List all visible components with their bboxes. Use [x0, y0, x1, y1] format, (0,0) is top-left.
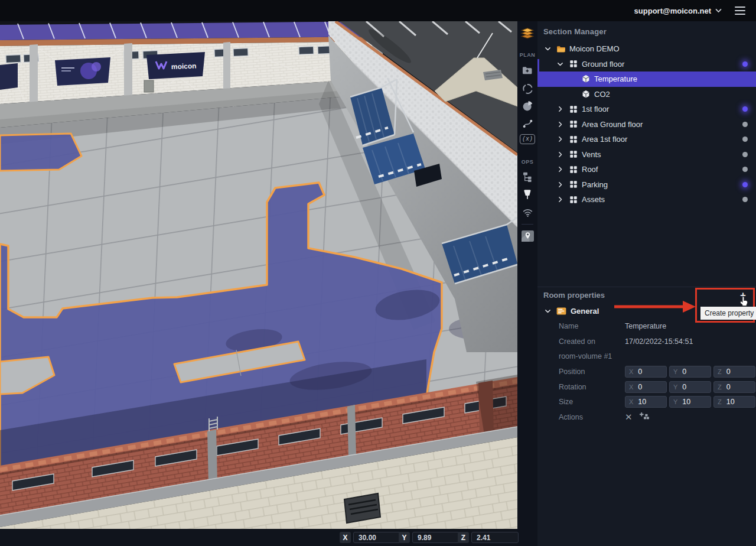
grid-icon — [568, 180, 578, 189]
delete-icon[interactable]: ✕ — [625, 412, 633, 421]
grid-icon — [568, 195, 578, 204]
status-dot-inactive[interactable] — [742, 152, 748, 157]
section-manager-title: Section Manager — [537, 21, 756, 41]
actions-row: Actions ✕ — [537, 410, 756, 425]
x-coordinate-group: X 30.00 — [340, 532, 400, 543]
name-row: Name Temperature — [537, 318, 756, 334]
section-layers-icon[interactable] — [517, 26, 537, 40]
volume-row: room-volume #1 — [537, 349, 756, 364]
z-coordinate-label: Z — [458, 532, 469, 543]
chevron-spacer — [568, 74, 577, 83]
tree-item-area-1st-floor[interactable]: Area 1st floor — [537, 132, 756, 147]
chevron-spacer — [568, 90, 577, 99]
map-location-icon[interactable] — [517, 230, 537, 242]
3d-viewport[interactable]: moicon — [0, 21, 517, 529]
add-folder-icon[interactable] — [517, 65, 537, 76]
position-row: Position X0Y0Z0 — [537, 364, 756, 379]
add-property-button[interactable]: + — [738, 290, 748, 300]
tree-item-assets[interactable]: Assets — [537, 192, 756, 207]
svg-text:moicon: moicon — [171, 62, 197, 71]
status-dot-inactive[interactable] — [742, 136, 748, 142]
grid-icon — [568, 119, 578, 129]
banner-left — [0, 63, 18, 90]
grid-icon — [568, 105, 578, 114]
tree-item-ground-floor[interactable]: Ground floor — [537, 57, 756, 72]
chevron-down-icon[interactable] — [543, 44, 552, 53]
tree-item-area-ground-floor[interactable]: Area Ground floor — [537, 117, 756, 132]
cube-icon — [581, 74, 591, 84]
create-property-tooltip: Create property — [700, 307, 756, 320]
z-coordinate-group: Z 2.41 — [458, 532, 519, 543]
y-coordinate-label: Y — [399, 532, 410, 543]
chevron-right-icon[interactable] — [556, 120, 565, 129]
aperture-icon[interactable] — [517, 83, 537, 95]
status-dot-inactive[interactable] — [742, 197, 748, 202]
banner-moicon: moicon — [146, 52, 205, 79]
tree-item-1st-floor[interactable]: 1st floor — [537, 102, 756, 117]
active-floor-indicator — [537, 59, 539, 74]
created-row: Created on 17/02/2022-15:54:51 — [537, 334, 756, 349]
status-dot-active[interactable] — [742, 106, 748, 112]
size-z-field[interactable]: Z10 — [713, 396, 755, 408]
toolbar-divider — [522, 224, 533, 225]
z-coordinate-field[interactable]: 2.41 — [471, 532, 519, 543]
grid-icon — [568, 165, 578, 174]
created-value: 17/02/2022-15:54:51 — [625, 337, 693, 346]
chevron-right-icon[interactable] — [556, 150, 565, 159]
position-x-field[interactable]: X0 — [625, 366, 667, 378]
tree-item-moicon-demo[interactable]: Moicon DEMO — [537, 41, 756, 57]
tree-item-parking[interactable]: Parking — [537, 177, 756, 193]
tree-item-vents[interactable]: Vents — [537, 147, 756, 162]
position-y-field[interactable]: Y0 — [669, 366, 711, 378]
grid-icon — [568, 150, 578, 159]
rotation-row: Rotation X0Y0Z0 — [537, 379, 756, 395]
x-coordinate-field[interactable]: 30.00 — [353, 532, 400, 543]
grid-icon — [568, 135, 578, 144]
rotation-x-field[interactable]: X0 — [625, 381, 667, 393]
pavement-drain — [344, 493, 380, 523]
spline-icon[interactable] — [517, 118, 537, 129]
chevron-right-icon[interactable] — [556, 105, 565, 113]
chevron-right-icon[interactable] — [556, 165, 565, 174]
chevron-down-icon[interactable] — [556, 60, 565, 69]
right-panel: Section Manager Moicon DEMOGround floorT… — [537, 21, 756, 546]
room-properties-title: Room properties — [543, 291, 605, 300]
chevron-right-icon[interactable] — [556, 195, 565, 204]
status-bar: X 30.00 Y 9.89 Z 2.41 — [0, 529, 517, 546]
account-menu[interactable]: support@moicon.net — [634, 6, 722, 15]
status-dot-inactive[interactable] — [742, 122, 748, 127]
3d-scene: moicon — [0, 21, 517, 529]
size-x-field[interactable]: X10 — [625, 396, 667, 408]
status-dot-active[interactable] — [742, 182, 748, 187]
name-value: Temperature — [625, 322, 666, 330]
chevron-right-icon[interactable] — [556, 180, 565, 189]
chevron-right-icon[interactable] — [556, 135, 565, 144]
tree-item-co2[interactable]: CO2 — [537, 87, 756, 102]
rotation-y-field[interactable]: Y0 — [669, 381, 711, 393]
size-row: Size X10Y10Z10 — [537, 394, 756, 410]
position-z-field[interactable]: Z0 — [713, 366, 755, 378]
wifi-icon[interactable] — [517, 206, 537, 218]
general-group-label: General — [571, 307, 599, 316]
tree-item-roof[interactable]: Roof — [537, 162, 756, 177]
status-dot-inactive[interactable] — [742, 167, 748, 172]
ops-section-label: OPS — [517, 159, 537, 165]
top-bar: support@moicon.net — [0, 0, 756, 21]
y-coordinate-field[interactable]: 9.89 — [412, 532, 460, 543]
rotation-z-field[interactable]: Z0 — [713, 381, 755, 393]
pie-chart-icon[interactable] — [517, 100, 537, 112]
function-icon[interactable]: (x) — [517, 134, 537, 144]
plan-section-label: PLAN — [517, 52, 537, 58]
x-coordinate-label: X — [340, 532, 351, 543]
tree-item-temperature[interactable]: Temperature — [537, 72, 756, 87]
status-dot-active[interactable] — [742, 61, 748, 67]
grid-icon — [568, 59, 578, 69]
form-icon — [556, 307, 566, 315]
add-to-group-icon[interactable] — [638, 412, 650, 422]
chevron-down-icon[interactable] — [543, 307, 552, 316]
marker-pin-icon[interactable] — [517, 188, 537, 202]
hamburger-menu-icon[interactable] — [732, 4, 748, 17]
size-y-field[interactable]: Y10 — [669, 396, 711, 408]
hierarchy-icon[interactable] — [517, 171, 537, 183]
cube-icon — [581, 89, 591, 99]
